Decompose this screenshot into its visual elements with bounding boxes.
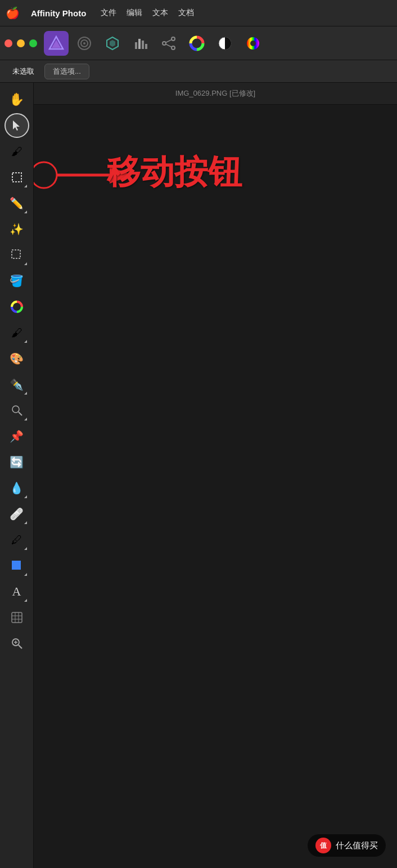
svg-point-37 — [34, 162, 57, 188]
maximize-button[interactable] — [29, 39, 37, 47]
tab-no-selection[interactable]: 未选取 — [7, 64, 40, 79]
svg-line-34 — [19, 645, 22, 648]
svg-marker-20 — [13, 120, 20, 131]
crop-tool[interactable] — [4, 165, 29, 190]
develop-persona-button[interactable] — [128, 31, 153, 56]
heal-tool[interactable]: 💧 — [4, 476, 29, 500]
tab-bar: 未选取 首选项... — [0, 60, 397, 83]
svg-rect-21 — [12, 173, 21, 182]
paint-brush-tool[interactable]: 🖌 — [4, 320, 29, 345]
minimize-button[interactable] — [17, 39, 25, 47]
svg-line-26 — [19, 412, 22, 415]
watermark-text: 什么值得买 — [336, 840, 378, 851]
canvas-title: IMG_0629.PNG [已修改] — [34, 83, 397, 105]
svg-line-15 — [166, 44, 172, 47]
app-name: Affinity Photo — [31, 8, 86, 18]
close-button[interactable] — [4, 39, 12, 47]
dodge-tool[interactable]: 🎨 — [4, 346, 29, 371]
svg-point-16 — [194, 41, 200, 46]
contrast-button[interactable] — [213, 31, 237, 56]
annotation-svg — [34, 105, 397, 868]
share-button[interactable] — [156, 31, 181, 56]
svg-line-14 — [166, 39, 172, 42]
svg-rect-22 — [12, 250, 20, 258]
hand-tool[interactable]: ✋ — [4, 87, 29, 112]
svg-point-24 — [15, 305, 19, 309]
svg-rect-28 — [12, 612, 22, 623]
menu-document[interactable]: 文档 — [178, 8, 194, 18]
target-button[interactable] — [72, 31, 97, 56]
menu-text[interactable]: 文本 — [152, 8, 168, 18]
toolbar — [0, 26, 397, 60]
shape-tool[interactable] — [4, 553, 29, 578]
pencil-tool[interactable]: ✏️ — [4, 191, 29, 216]
blur-tool[interactable] — [4, 398, 29, 423]
affinity-photo-button[interactable] — [44, 31, 69, 56]
watermark: 值 什么值得买 — [308, 834, 386, 857]
canvas-area: IMG_0629.PNG [已修改] 移动按钮 — [34, 83, 397, 868]
text-tool[interactable]: A — [4, 579, 29, 604]
move-tool[interactable] — [4, 113, 29, 138]
canvas-content[interactable]: 移动按钮 — [34, 105, 397, 868]
brush-tool[interactable]: 🖌 — [4, 139, 29, 164]
clone-tool[interactable]: 📌 — [4, 424, 29, 449]
svg-point-13 — [172, 46, 175, 50]
svg-rect-9 — [142, 41, 144, 49]
svg-point-25 — [12, 406, 19, 413]
svg-point-19 — [250, 41, 256, 46]
blemish-tool[interactable]: 🩹 — [4, 502, 29, 526]
persona-button[interactable] — [100, 31, 125, 56]
svg-rect-7 — [135, 42, 137, 49]
menu-file[interactable]: 文件 — [101, 8, 116, 18]
zoom-tool[interactable] — [4, 631, 29, 656]
table-tool[interactable] — [4, 605, 29, 630]
svg-rect-27 — [12, 561, 21, 570]
selection-tool[interactable] — [4, 243, 29, 267]
menu-bar: 🍎 Affinity Photo 文件 编辑 文本 文档 — [0, 0, 397, 26]
preferences-button[interactable]: 首选项... — [44, 64, 89, 79]
svg-point-12 — [163, 42, 166, 45]
watermark-icon: 值 — [315, 838, 331, 853]
color-wheel-button[interactable] — [184, 31, 209, 56]
annotation-text: 移动按钮 — [107, 150, 242, 195]
svg-point-11 — [172, 37, 175, 41]
liquify-tool[interactable]: 🔄 — [4, 450, 29, 475]
color-tool[interactable] — [4, 294, 29, 319]
eraser-tool[interactable]: ✒️ — [4, 372, 29, 397]
annotation-overlay: 移动按钮 — [34, 105, 397, 868]
main-content: ✋ 🖌 ✏️ ✨ — [0, 83, 397, 868]
svg-rect-8 — [138, 39, 141, 49]
hue-button[interactable] — [241, 31, 265, 56]
left-toolbar: ✋ 🖌 ✏️ ✨ — [0, 83, 34, 868]
vector-pen-tool[interactable]: 🖊 — [4, 527, 29, 552]
svg-point-4 — [83, 42, 85, 44]
menu-edit[interactable]: 编辑 — [127, 8, 142, 18]
window-controls — [4, 39, 37, 47]
apple-logo[interactable]: 🍎 — [6, 6, 20, 20]
svg-rect-10 — [145, 44, 147, 49]
fill-tool[interactable]: 🪣 — [4, 269, 29, 293]
svg-marker-6 — [110, 40, 115, 47]
magic-wand-tool[interactable]: ✨ — [4, 217, 29, 241]
